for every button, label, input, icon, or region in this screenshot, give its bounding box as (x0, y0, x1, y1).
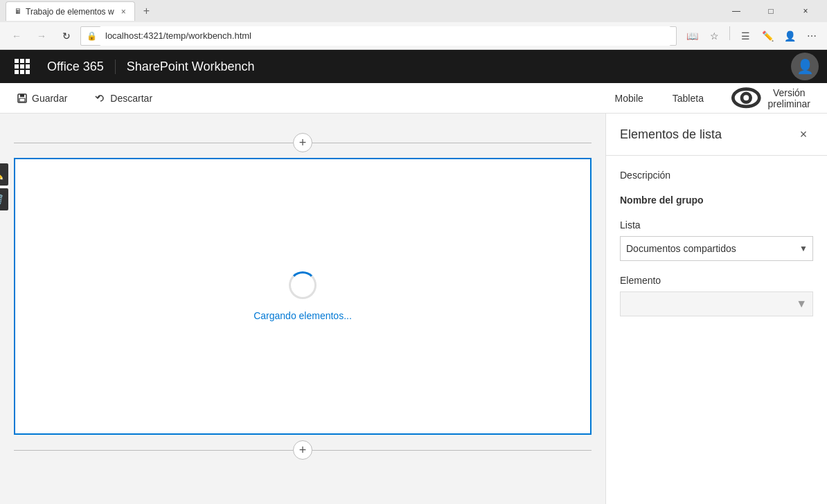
delete-webpart-btn[interactable]: 🗑️ (0, 188, 8, 210)
account-icon[interactable]: 👤 (780, 26, 799, 46)
window-controls: — □ × (720, 0, 821, 22)
element-label: Elemento (620, 275, 813, 286)
side-panel: Elementos de lista × Descripción Nombre … (605, 114, 827, 504)
browser-chrome: 🖩 Trabajo de elementos w × + — □ × ← → ↻… (0, 0, 827, 50)
discard-button[interactable]: Descartar (89, 90, 158, 107)
view-toggle: Mobile Tableta Versión preliminar (605, 78, 816, 118)
office-logo: Office 365 (36, 60, 116, 74)
favorites-icon[interactable]: ☆ (704, 26, 724, 46)
app-name: SharePoint Workbench (116, 60, 255, 74)
top-add-section: + (14, 133, 592, 152)
tab-area: 🖩 Trabajo de elementos w × + (6, 1, 155, 21)
preview-icon (729, 80, 764, 116)
bottom-add-btn[interactable]: + (293, 440, 312, 460)
title-bar: 🖩 Trabajo de elementos w × + — □ × (0, 0, 827, 22)
description-label: Descripción (620, 170, 813, 181)
browser-toolbar-icons: 📖 ☆ ☰ ✏️ 👤 ⋯ (682, 26, 821, 46)
forward-btn[interactable]: → (30, 25, 53, 47)
svg-point-8 (742, 93, 751, 102)
webpart-frame: Cargando elementos... (14, 158, 592, 435)
waffle-grid (15, 59, 30, 74)
list-label: Lista (620, 219, 813, 231)
maximize-btn[interactable]: □ (755, 0, 787, 22)
more-icon[interactable]: ⋯ (802, 26, 821, 46)
panel-body: Descripción Nombre del grupo Lista Docum… (606, 156, 827, 344)
waffle-btn[interactable] (8, 53, 36, 80)
window-close-btn[interactable]: × (790, 0, 821, 22)
description-field: Descripción (620, 170, 813, 181)
browser-tab[interactable]: 🖩 Trabajo de elementos w × (6, 1, 135, 21)
edit-webpart-btn[interactable]: ✏️ (0, 163, 8, 186)
svg-rect-2 (19, 98, 25, 102)
lock-icon: 🔒 (87, 31, 97, 41)
toolbar: Guardar Descartar Mobile Tableta Versión… (0, 83, 827, 114)
tablet-label: Tableta (673, 93, 704, 104)
element-field: Elemento ▼ (620, 275, 813, 316)
main-area: + ✏️ 🗑️ Cargando elementos... + Elemento… (0, 114, 827, 504)
save-label: Guardar (32, 93, 67, 104)
discard-label: Descartar (110, 93, 152, 104)
element-arrow: ▼ (796, 298, 807, 310)
list-select[interactable]: Documentos compartidos (620, 236, 813, 261)
panel-close-btn[interactable]: × (794, 125, 813, 144)
user-avatar[interactable]: 👤 (791, 53, 819, 80)
refresh-btn[interactable]: ↻ (55, 25, 78, 47)
reader-view-icon[interactable]: 📖 (682, 26, 702, 46)
group-name-field: Nombre del grupo (620, 195, 813, 206)
bottom-add-section: + (14, 440, 592, 460)
edit-icon[interactable]: ✏️ (758, 26, 777, 46)
preview-btn[interactable]: Versión preliminar (723, 78, 816, 118)
list-field: Lista Documentos compartidos ▼ (620, 219, 813, 261)
tab-icon: 🖩 (15, 8, 21, 15)
panel-title: Elementos de lista (620, 127, 722, 142)
url-input[interactable] (100, 26, 670, 46)
svg-rect-1 (20, 94, 24, 97)
discard-icon (95, 93, 106, 104)
top-add-btn[interactable]: + (293, 133, 312, 152)
tablet-btn[interactable]: Tableta (663, 90, 709, 107)
group-name-label: Nombre del grupo (620, 195, 813, 206)
panel-header: Elementos de lista × (606, 114, 827, 156)
canvas-area: + ✏️ 🗑️ Cargando elementos... + (0, 114, 605, 504)
element-select-disabled: ▼ (620, 291, 813, 316)
list-select-wrapper: Documentos compartidos ▼ (620, 236, 813, 261)
save-icon (17, 93, 28, 104)
mobile-label: Mobile (615, 93, 643, 104)
minimize-btn[interactable]: — (720, 0, 752, 22)
loading-spinner (289, 271, 317, 299)
menu-icon[interactable]: ☰ (736, 26, 755, 46)
webpart-actions: ✏️ 🗑️ (0, 163, 8, 210)
mobile-btn[interactable]: Mobile (605, 90, 649, 107)
webpart-container: ✏️ 🗑️ Cargando elementos... (14, 158, 592, 435)
address-bar: ← → ↻ 🔒 📖 ☆ ☰ ✏️ 👤 ⋯ (0, 22, 827, 50)
save-button[interactable]: Guardar (11, 90, 73, 107)
preview-label: Versión preliminar (768, 87, 810, 109)
tab-close-btn[interactable]: × (121, 7, 126, 17)
tab-title: Trabajo de elementos w (26, 7, 114, 17)
new-tab-btn[interactable]: + (138, 5, 155, 17)
back-btn[interactable]: ← (6, 25, 28, 47)
svg-point-7 (733, 89, 759, 107)
loading-text: Cargando elementos... (254, 310, 352, 321)
